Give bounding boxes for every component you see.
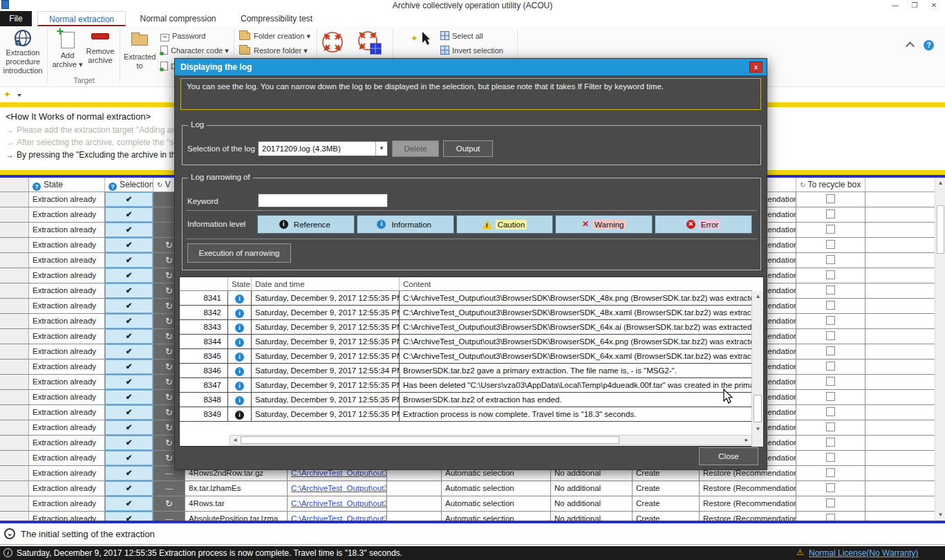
row-gutter-cell[interactable] — [0, 283, 29, 299]
recycle-checkbox[interactable] — [826, 453, 835, 462]
row-gutter-cell[interactable] — [0, 223, 29, 238]
recycle-checkbox[interactable] — [826, 362, 835, 371]
quick-access-icon[interactable]: ✦ — [3, 89, 11, 100]
level-error-button[interactable]: ✕Error — [655, 215, 752, 234]
recycle-checkbox[interactable] — [826, 514, 835, 521]
scroll-left-icon[interactable]: ◄ — [230, 436, 240, 445]
selection-cell[interactable]: ✔ — [105, 390, 153, 405]
scroll-thumb[interactable] — [937, 205, 944, 254]
extracted-to-button[interactable]: Extracted to — [124, 28, 156, 71]
execution-of-narrowing-button[interactable]: Execution of narrowing — [187, 243, 291, 263]
recycle-checkbox[interactable] — [826, 286, 835, 295]
row-gutter-cell[interactable] — [0, 299, 29, 314]
recycle-checkbox[interactable] — [826, 255, 835, 264]
row-gutter-cell[interactable] — [0, 329, 29, 344]
scroll-thumb[interactable] — [241, 436, 619, 444]
log-file-select[interactable]: 20171209.log (4.3MB) ▼ — [258, 141, 388, 156]
scroll-up-icon[interactable]: ▲ — [935, 178, 945, 189]
log-content-header[interactable]: Content — [400, 277, 752, 291]
restore-folder-button[interactable]: Restore folder ▾ — [239, 44, 308, 57]
character-code-button[interactable]: Character code ▾ — [160, 44, 229, 57]
pick-cursor-button[interactable]: ✦ — [411, 32, 432, 47]
selection-cell[interactable]: ✔ — [105, 207, 153, 223]
recycle-checkbox[interactable] — [826, 468, 835, 477]
help-icon[interactable]: ? — [924, 40, 934, 50]
row-gutter-cell[interactable] — [0, 420, 29, 436]
close-button[interactable]: Close — [699, 447, 758, 465]
recycle-checkbox[interactable] — [826, 240, 835, 249]
selection-cell[interactable]: ✔ — [105, 436, 153, 451]
recycle-checkbox[interactable] — [826, 392, 835, 401]
recycle-checkbox[interactable] — [826, 225, 835, 234]
row-gutter-cell[interactable] — [0, 512, 29, 521]
selection-cell[interactable]: ✔ — [105, 329, 153, 344]
selection-cell[interactable]: ✔ — [105, 420, 153, 436]
recycle-column-header[interactable]: ↻ To recycle box — [796, 178, 866, 192]
folder-creation-button[interactable]: Folder creation ▾ — [239, 30, 310, 42]
scroll-thumb[interactable] — [754, 395, 762, 422]
level-warning-button[interactable]: ✕Warning — [555, 215, 653, 234]
selection-cell[interactable]: ✔ — [105, 283, 153, 299]
selection-cell[interactable]: ✔ — [105, 253, 153, 268]
row-gutter-cell[interactable] — [0, 466, 29, 481]
log-horizontal-scrollbar[interactable]: ◄ ► — [230, 435, 752, 445]
recycle-checkbox[interactable] — [826, 209, 835, 218]
extract-selected-button[interactable] — [356, 30, 382, 58]
collapse-ribbon-icon[interactable] — [906, 41, 915, 50]
row-gutter-cell[interactable] — [0, 375, 29, 390]
recycle-checkbox[interactable] — [826, 194, 835, 203]
password-button[interactable]: **Password — [160, 30, 205, 42]
row-gutter-cell[interactable] — [0, 481, 29, 496]
scroll-down-icon[interactable]: ▼ — [935, 510, 945, 521]
extract-all-button[interactable] — [321, 30, 344, 57]
recycle-checkbox[interactable] — [826, 346, 835, 355]
selection-cell[interactable]: ✔ — [105, 512, 153, 521]
tab-normal-compression[interactable]: Normal compression — [131, 11, 225, 26]
output-path-link[interactable]: C:\ArchiveTest_Output\out3 — [291, 484, 387, 492]
gutter-header[interactable] — [0, 178, 29, 192]
tab-file[interactable]: File — [0, 11, 32, 26]
add-archive-button[interactable]: + Add archive ▾ — [51, 28, 84, 69]
selection-cell[interactable]: ✔ — [105, 466, 153, 481]
level-information-button[interactable]: iInformation — [357, 215, 454, 234]
minimize-button[interactable]: — — [886, 0, 904, 10]
output-path-link[interactable]: C:\ArchiveTest_Output\out3 — [291, 514, 387, 521]
delete-button[interactable]: Delete — [392, 140, 439, 157]
selection-cell[interactable]: ✔ — [105, 268, 153, 283]
row-gutter-cell[interactable] — [0, 436, 29, 451]
level-caution-button[interactable]: Caution — [456, 215, 554, 234]
keyword-input[interactable] — [258, 194, 388, 207]
selection-cell[interactable]: ✔ — [105, 496, 153, 512]
license-link[interactable]: Normal License(No Warranty) — [809, 548, 918, 558]
selection-cell[interactable]: ✔ — [105, 238, 153, 253]
recycle-checkbox[interactable] — [826, 407, 835, 416]
recycle-checkbox[interactable] — [826, 483, 835, 492]
output-path-link[interactable]: C:\ArchiveTest_Output\out3 — [291, 499, 387, 507]
recycle-checkbox[interactable] — [826, 498, 835, 507]
row-gutter-cell[interactable] — [0, 314, 29, 329]
row-gutter-cell[interactable] — [0, 451, 29, 466]
invert-selection-button[interactable]: Invert selection — [440, 44, 503, 57]
dialog-title-bar[interactable]: Displaying the log — [175, 59, 767, 75]
selection-cell[interactable]: ✔ — [105, 314, 153, 329]
row-gutter-cell[interactable] — [0, 192, 29, 207]
selection-cell[interactable]: ✔ — [105, 375, 153, 390]
row-gutter-cell[interactable] — [0, 344, 29, 360]
row-gutter-cell[interactable] — [0, 207, 29, 223]
recycle-checkbox[interactable] — [826, 377, 835, 386]
recycle-checkbox[interactable] — [826, 331, 835, 340]
initial-setting-expander[interactable]: ⌄ The initial setting of the extraction — [0, 523, 945, 545]
output-button[interactable]: Output — [443, 140, 493, 157]
recycle-checkbox[interactable] — [826, 422, 835, 431]
scroll-up-icon[interactable]: ▲ — [752, 291, 764, 302]
level-reference-button[interactable]: iReference — [257, 215, 355, 234]
row-gutter-cell[interactable] — [0, 268, 29, 283]
log-vertical-scrollbar[interactable]: ▲ ▼ — [751, 291, 763, 447]
close-button[interactable]: ✕ — [925, 0, 943, 10]
selection-cell[interactable]: ✔ — [105, 360, 153, 375]
recycle-checkbox[interactable] — [826, 301, 835, 310]
row-gutter-cell[interactable] — [0, 405, 29, 420]
state-column-header[interactable]: ?State — [29, 178, 105, 192]
recycle-checkbox[interactable] — [826, 438, 835, 447]
extraction-procedure-button[interactable]: ? Extraction procedure introduction — [1, 28, 44, 75]
